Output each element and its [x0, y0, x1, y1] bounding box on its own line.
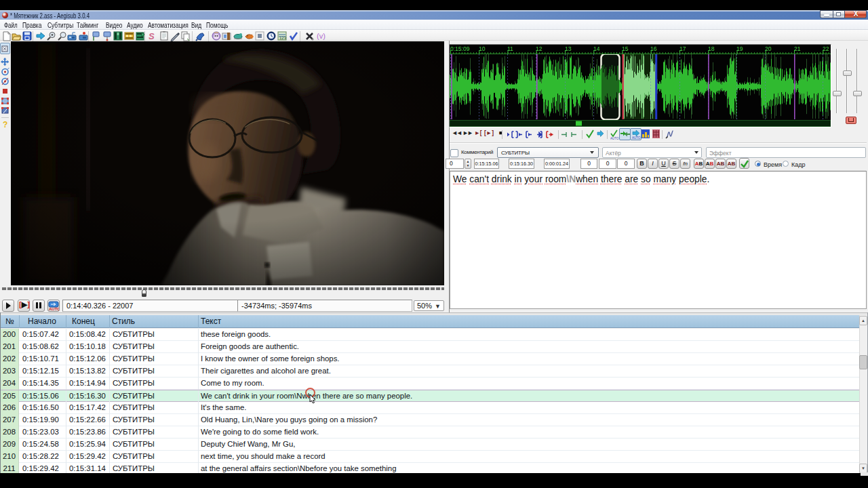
svg-text:14: 14 — [593, 45, 600, 52]
svg-text:123: 123 — [279, 36, 287, 40]
svg-text:17: 17 — [679, 45, 686, 52]
svg-text:22: 22 — [823, 45, 829, 52]
svg-text:15: 15 — [622, 45, 629, 52]
svg-text:21: 21 — [794, 45, 801, 52]
svg-text:10: 10 — [479, 45, 486, 52]
svg-text:11: 11 — [507, 45, 513, 52]
svg-text:AUTO: AUTO — [49, 307, 59, 311]
svg-text:12: 12 — [536, 45, 542, 52]
svg-text:13: 13 — [565, 45, 572, 52]
svg-text:0:15:09: 0:15:09 — [450, 45, 470, 52]
svg-text:20: 20 — [765, 45, 772, 52]
svg-text:?: ? — [3, 120, 7, 129]
svg-text:AUTO: AUTO — [610, 137, 619, 140]
svg-text:16: 16 — [650, 45, 657, 52]
svg-text:AUTO: AUTO — [632, 136, 641, 140]
svg-text:18: 18 — [708, 45, 715, 52]
svg-text:S: S — [149, 31, 155, 41]
svg-text:19: 19 — [736, 45, 743, 52]
svg-text:(v): (v) — [317, 32, 326, 40]
